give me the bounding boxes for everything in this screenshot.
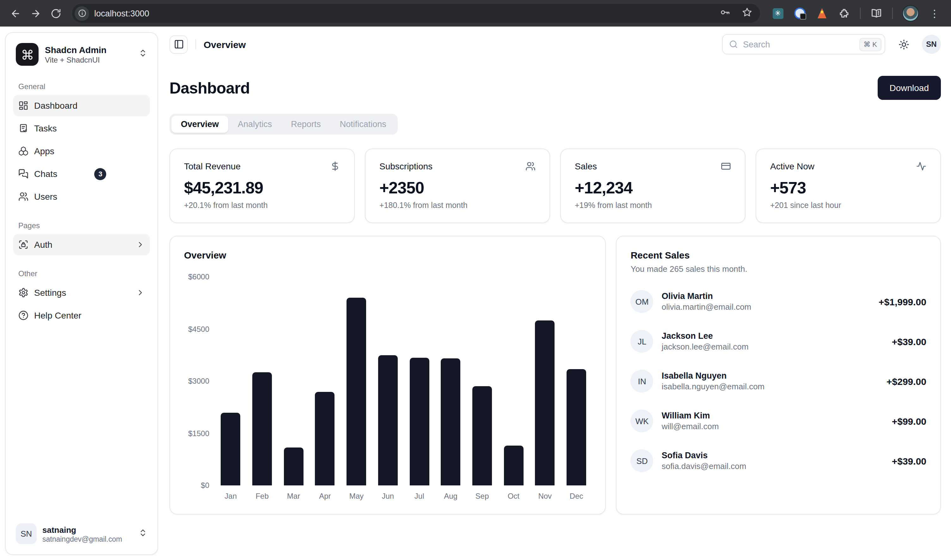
sidebar-item-tasks[interactable]: Tasks bbox=[13, 118, 150, 139]
stat-label: Subscriptions bbox=[379, 161, 433, 171]
stat-note: +180.1% from last month bbox=[379, 201, 536, 210]
stat-value: +573 bbox=[770, 178, 926, 198]
chevron-right-icon bbox=[136, 288, 145, 297]
browser-reload-button[interactable] bbox=[47, 5, 65, 22]
sale-amount: +$1,999.00 bbox=[879, 296, 926, 307]
sale-email: olivia.martin@email.com bbox=[662, 302, 870, 312]
chart-bar-column: Aug bbox=[438, 277, 463, 501]
browser-menu-icon[interactable]: ⋮ bbox=[928, 7, 941, 19]
sidebar: Shadcn Admin Vite + ShadcnUI General Das… bbox=[5, 32, 158, 555]
stat-card-total-revenue: Total Revenue $45,231.89 +20.1% from las… bbox=[170, 149, 355, 223]
tab-notifications[interactable]: Notifications bbox=[330, 116, 396, 133]
chart-bar-column: Jul bbox=[407, 277, 432, 501]
download-button[interactable]: Download bbox=[877, 76, 941, 100]
chart-bar-column: Sep bbox=[470, 277, 495, 501]
y-axis-tick: $4500 bbox=[188, 325, 209, 334]
chats-count-badge: 3 bbox=[94, 168, 106, 180]
chart-bar-column: Oct bbox=[501, 277, 526, 501]
overview-chart-card: Overview $0$1500$3000$4500$6000 Jan Feb … bbox=[170, 236, 606, 514]
browser-forward-button[interactable] bbox=[26, 5, 44, 22]
sale-avatar: WK bbox=[631, 409, 654, 432]
stat-card-subscriptions: Subscriptions +2350 +180.1% from last mo… bbox=[365, 149, 550, 223]
url-text[interactable]: localhost:3000 bbox=[94, 9, 720, 18]
browser-back-button[interactable] bbox=[6, 5, 24, 22]
sidebar-item-auth[interactable]: Auth bbox=[13, 234, 150, 255]
stat-note: +19% from last month bbox=[575, 201, 731, 210]
chart-bar bbox=[409, 357, 429, 485]
site-info-icon[interactable] bbox=[75, 6, 89, 20]
chart-bar bbox=[347, 298, 366, 485]
sale-avatar: SD bbox=[631, 449, 654, 472]
sidebar-item-help-center[interactable]: Help Center bbox=[13, 305, 150, 326]
chart-bar-column: Feb bbox=[250, 277, 274, 501]
recent-sale-row: JL Jackson Lee jackson.lee@email.com +$3… bbox=[631, 330, 926, 353]
recent-sale-row: WK William Kim will@email.com +$99.00 bbox=[631, 409, 926, 432]
users-icon bbox=[18, 192, 28, 202]
tasks-icon bbox=[18, 123, 28, 133]
stat-note: +20.1% from last month bbox=[184, 201, 340, 210]
chevron-right-icon bbox=[136, 240, 145, 249]
nav-section-label: Pages bbox=[18, 221, 145, 230]
sale-avatar: OM bbox=[631, 290, 654, 313]
bookmark-star-icon[interactable] bbox=[742, 7, 752, 20]
extensions-puzzle-icon[interactable] bbox=[838, 7, 851, 20]
tab-overview[interactable]: Overview bbox=[171, 116, 228, 133]
password-key-icon[interactable] bbox=[720, 7, 730, 20]
address-bar[interactable]: localhost:3000 bbox=[72, 4, 760, 23]
browser-toolbar: localhost:3000 ✳ ⋮ bbox=[0, 0, 951, 26]
tab-reports[interactable]: Reports bbox=[281, 116, 330, 133]
profile-avatar-button[interactable]: SN bbox=[922, 35, 941, 54]
chart-bar-column: Mar bbox=[281, 277, 306, 501]
team-switcher[interactable]: Shadcn Admin Vite + ShadcnUI bbox=[13, 40, 150, 68]
chart-x-label: Nov bbox=[532, 492, 557, 501]
top-header: Overview Search ⌘ K SN bbox=[158, 26, 951, 62]
stat-note: +201 since last hour bbox=[770, 201, 926, 210]
theme-toggle-button[interactable] bbox=[894, 35, 913, 54]
sidebar-toggle-button[interactable] bbox=[170, 35, 188, 54]
reading-list-icon[interactable] bbox=[870, 7, 883, 20]
sun-icon bbox=[898, 39, 909, 49]
dashboard-icon bbox=[18, 100, 28, 111]
sale-avatar: JL bbox=[631, 330, 654, 353]
stat-card-sales: Sales +12,234 +19% from last month bbox=[560, 149, 746, 223]
sidebar-item-label: Help Center bbox=[34, 310, 145, 320]
sale-email: jackson.lee@email.com bbox=[662, 342, 884, 351]
chart-x-label: Jun bbox=[375, 492, 400, 501]
recent-sales-title: Recent Sales bbox=[631, 250, 926, 260]
sidebar-item-users[interactable]: Users bbox=[13, 186, 150, 207]
chart-bar bbox=[378, 355, 398, 486]
browser-profile-avatar[interactable] bbox=[902, 5, 919, 22]
page-title: Dashboard bbox=[170, 79, 250, 97]
command-icon bbox=[16, 43, 39, 66]
nav-section: Pages Auth bbox=[13, 221, 150, 255]
auth-icon bbox=[18, 240, 28, 250]
chart-bar bbox=[472, 386, 492, 486]
sidebar-item-dashboard[interactable]: Dashboard bbox=[13, 95, 150, 116]
sidebar-item-label: Auth bbox=[34, 240, 130, 250]
recent-sale-row: SD Sofia Davis sofia.davis@email.com +$3… bbox=[631, 449, 926, 472]
apps-icon bbox=[18, 146, 28, 156]
extension-teal-icon[interactable]: ✳ bbox=[771, 7, 784, 20]
search-input[interactable]: Search ⌘ K bbox=[722, 34, 885, 54]
sidebar-item-settings[interactable]: Settings bbox=[13, 282, 150, 303]
extensions-area: ✳ ⋮ bbox=[768, 5, 945, 22]
search-shortcut-kbd: ⌘ K bbox=[859, 38, 882, 51]
sidebar-item-chats[interactable]: Chats 3 bbox=[13, 163, 150, 185]
chart-x-label: Sep bbox=[470, 492, 495, 501]
chats-icon bbox=[18, 169, 28, 179]
toolbar-divider bbox=[860, 8, 860, 19]
stat-label: Active Now bbox=[770, 161, 814, 171]
panel-left-icon bbox=[174, 39, 184, 49]
bar-chart: $0$1500$3000$4500$6000 Jan Feb Mar Apr M… bbox=[184, 277, 592, 501]
sidebar-user-menu[interactable]: SN satnaing satnaingdev@gmail.com bbox=[12, 520, 151, 548]
sale-email: will@email.com bbox=[662, 422, 884, 431]
chart-bar-column: Dec bbox=[564, 277, 589, 501]
sale-name: Isabella Nguyen bbox=[662, 371, 878, 380]
team-name: Shadcn Admin bbox=[45, 45, 132, 55]
sidebar-item-apps[interactable]: Apps bbox=[13, 140, 150, 162]
extension-lighthouse-icon[interactable] bbox=[816, 7, 828, 20]
stat-label: Total Revenue bbox=[184, 161, 240, 171]
extension-password-manager-icon[interactable] bbox=[794, 7, 806, 20]
recent-sales-subtitle: You made 265 sales this month. bbox=[631, 264, 926, 274]
tab-analytics[interactable]: Analytics bbox=[228, 116, 281, 133]
